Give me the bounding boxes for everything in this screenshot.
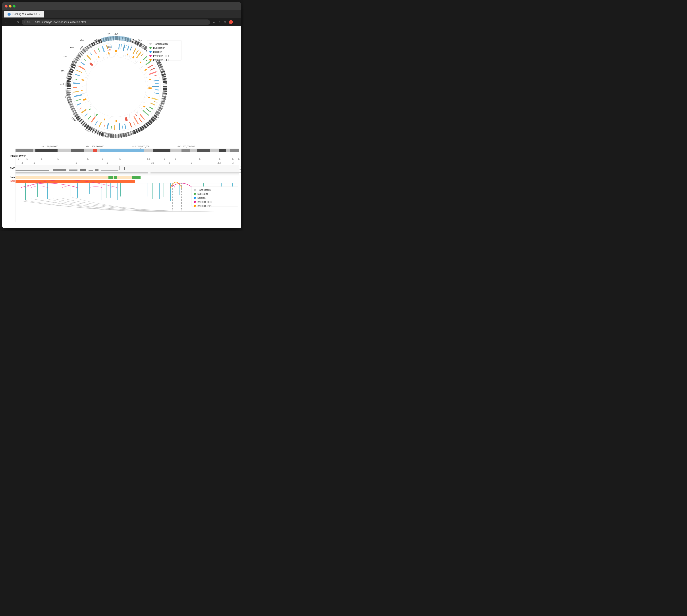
svg-point-121	[149, 59, 152, 61]
svg-text:Inversion (HiH): Inversion (HiH)	[197, 205, 212, 207]
svg-text:▶: ▶	[175, 157, 177, 160]
content-area: chr1 chrY chrX chr22 chr21 chr20 chr19 c…	[2, 26, 241, 228]
svg-rect-68	[99, 122, 102, 127]
svg-rect-76	[75, 99, 82, 102]
tab-menu-icon[interactable]: ⌄	[233, 13, 239, 16]
svg-point-225	[194, 193, 196, 195]
minimize-button[interactable]	[9, 5, 12, 7]
svg-rect-81	[74, 79, 77, 80]
svg-rect-139	[197, 149, 210, 152]
svg-rect-169	[53, 169, 66, 171]
svg-text:LOH: LOH	[10, 180, 15, 182]
svg-rect-49	[154, 92, 159, 94]
svg-point-227	[194, 197, 196, 199]
svg-rect-55	[143, 110, 149, 116]
svg-text:◀: ◀	[75, 162, 77, 164]
svg-text:chr3: chr3	[70, 46, 74, 49]
legend-translocation: Translocation	[153, 43, 168, 45]
svg-text:◀◀: ◀◀	[150, 161, 154, 164]
svg-rect-89	[94, 50, 97, 54]
svg-text:Deletion: Deletion	[197, 197, 206, 199]
svg-rect-173	[95, 169, 99, 171]
svg-rect-113	[98, 56, 99, 58]
svg-text:▶: ▶	[26, 157, 28, 160]
svg-text:chr1: 150,000,000: chr1: 150,000,000	[132, 146, 150, 148]
active-tab[interactable]: Gosling Visualization ✕	[4, 11, 44, 18]
svg-rect-176	[122, 167, 122, 170]
svg-point-229	[194, 201, 196, 203]
svg-text:▶: ▶	[238, 158, 240, 160]
svg-rect-102	[135, 114, 137, 116]
svg-rect-103	[125, 117, 128, 121]
svg-rect-72	[84, 113, 88, 117]
svg-rect-109	[81, 90, 83, 91]
svg-rect-48	[155, 89, 159, 90]
reload-button[interactable]: ↻	[16, 20, 19, 24]
svg-rect-175	[120, 167, 120, 170]
new-tab-button[interactable]: +	[44, 12, 50, 16]
svg-rect-28	[119, 44, 120, 49]
maximize-button[interactable]	[13, 5, 16, 7]
svg-rect-172	[88, 170, 93, 171]
menu-icon[interactable]: ⋮	[236, 20, 239, 24]
svg-rect-134	[71, 149, 84, 152]
svg-rect-174	[101, 170, 119, 171]
svg-rect-177	[124, 167, 125, 170]
svg-rect-135	[93, 149, 98, 152]
extensions-icon[interactable]: ⊕	[223, 20, 226, 24]
svg-rect-67	[104, 124, 105, 128]
address-bar: ← → ↻ ℹ File | /Users/sehilyi/Downloads/…	[2, 18, 241, 26]
svg-rect-90	[98, 48, 100, 52]
tab-close-icon[interactable]: ✕	[39, 13, 41, 16]
svg-text:▶: ▶	[219, 157, 221, 160]
svg-rect-41	[147, 64, 153, 68]
svg-rect-93	[111, 44, 112, 48]
svg-rect-64	[114, 125, 115, 130]
svg-text:◀: ◀	[168, 161, 170, 164]
circular-viz-svg: chr1 chrY chrX chr22 chr21 chr20 chr19 c…	[60, 30, 184, 139]
star-icon[interactable]: ☆	[218, 20, 221, 24]
svg-text:◀: ◀	[21, 161, 23, 164]
svg-text:◀: ◀	[190, 162, 192, 164]
svg-text:◀: ◀	[106, 162, 108, 164]
svg-rect-78	[73, 91, 79, 92]
svg-rect-46	[155, 83, 159, 84]
profile-icon[interactable]	[229, 20, 233, 24]
linear-viz-svg: chr1: 50,000,000 chr1: 100,000,000 chr1:…	[9, 144, 241, 223]
svg-rect-38	[143, 56, 147, 60]
svg-rect-73	[81, 109, 87, 113]
svg-rect-138	[181, 149, 190, 152]
svg-text:▶: ▶	[102, 157, 104, 160]
tab-bar: Gosling Visualization ✕ + ⌄	[2, 10, 241, 18]
svg-rect-43	[149, 71, 157, 75]
svg-rect-112	[89, 62, 93, 66]
svg-rect-108	[83, 98, 87, 101]
svg-rect-65	[111, 126, 112, 130]
svg-rect-45	[154, 80, 159, 82]
svg-rect-29	[121, 44, 122, 48]
svg-text:chr13: chr13	[71, 117, 76, 122]
bookmark-icon[interactable]: ⤻	[213, 20, 215, 24]
svg-rect-104	[115, 120, 117, 123]
svg-rect-167	[16, 167, 239, 175]
svg-rect-187	[132, 176, 141, 179]
legend-inversion-tit: Inversion (TiT)	[153, 54, 169, 57]
svg-point-115	[86, 57, 146, 117]
svg-rect-133	[36, 149, 58, 152]
svg-rect-54	[146, 108, 151, 113]
svg-text:CNV: CNV	[10, 167, 15, 170]
forward-button[interactable]: →	[10, 20, 14, 24]
svg-rect-85	[81, 62, 85, 65]
url-bar[interactable]: ℹ File | /Users/sehilyi/Downloads/visual…	[22, 20, 210, 25]
svg-rect-84	[78, 66, 85, 70]
back-button[interactable]: ←	[5, 20, 8, 24]
svg-rect-47	[152, 86, 159, 87]
svg-rect-42	[150, 68, 155, 71]
svg-rect-70	[91, 116, 96, 123]
svg-rect-77	[74, 94, 82, 97]
svg-rect-74	[79, 108, 82, 110]
svg-rect-137	[153, 149, 170, 152]
svg-rect-96	[140, 62, 142, 63]
close-button[interactable]	[5, 5, 7, 7]
svg-rect-86	[83, 59, 87, 61]
